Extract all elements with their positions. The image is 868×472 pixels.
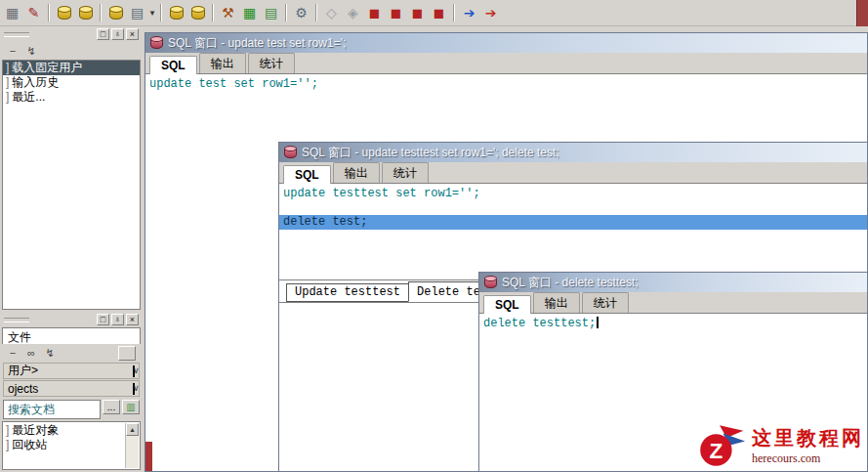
- panel-grip[interactable]: [4, 32, 29, 37]
- scroll-up-icon[interactable]: ▴: [126, 423, 139, 436]
- table-grid-icon[interactable]: ▦: [239, 3, 260, 23]
- tools-hammer-icon[interactable]: ⚒: [218, 3, 238, 23]
- db-cylinder-icon: [170, 7, 184, 20]
- code-line: update testtest set row1='';: [283, 187, 863, 201]
- files-panel: □ ♀ × 文件 − ∞ ↯ 用户> ∨ ojects ∨ ... ▥ ] 最近…: [0, 312, 143, 472]
- search-input[interactable]: [3, 400, 101, 419]
- panel-button[interactable]: [118, 346, 136, 361]
- code-line: update test set row1='';: [149, 77, 863, 92]
- session-list: ] 载入固定用户 ] 输入历史 ] 最近...: [2, 60, 141, 310]
- tab-sql[interactable]: SQL: [283, 165, 331, 184]
- tree-item-label: 最近对象: [12, 423, 59, 438]
- text-cursor: [597, 317, 599, 328]
- main-toolbar: ▦ ✎ ▤ ▾ ⚒ ▦ ▤ ⚙ ◇ ◈ ◼ ◼ ◼ ◼ ➔ ➔: [0, 0, 868, 26]
- chevron-down-icon: ∨: [133, 365, 135, 377]
- tab-stats[interactable]: 统计: [382, 162, 429, 183]
- tree-item[interactable]: ] 回收站: [3, 438, 140, 452]
- site-url: herecours.com: [752, 451, 820, 466]
- search-row: ... ▥: [3, 400, 140, 419]
- nav-forward-red-icon[interactable]: ➔: [480, 3, 501, 23]
- toolbar-separator: [315, 4, 317, 21]
- window-title: SQL 窗口 - delete testtest;: [502, 275, 639, 291]
- toolbar-separator: [100, 4, 102, 21]
- tab-output[interactable]: 输出: [533, 292, 580, 313]
- list-item[interactable]: ] 输入历史: [3, 75, 140, 90]
- files-tree: ] 最近对象 ] 回收站 ▴: [2, 421, 141, 470]
- window-tabbar: SQL 输出 统计: [479, 292, 867, 313]
- tab-output[interactable]: 输出: [199, 53, 246, 73]
- session-grid-icon[interactable]: ▦: [2, 3, 22, 23]
- db-cylinder-icon: [79, 7, 93, 20]
- wrench-icon[interactable]: ⚙: [291, 3, 311, 23]
- report-icon[interactable]: ▤: [261, 3, 281, 23]
- panel-toolbar: − ↯: [0, 42, 143, 60]
- restore-button[interactable]: □: [97, 314, 109, 325]
- cube-check-icon[interactable]: ◼: [407, 3, 428, 23]
- cube-pen-icon[interactable]: ◼: [429, 3, 449, 23]
- restore-button[interactable]: □: [97, 28, 109, 40]
- window-titlebar[interactable]: SQL 窗口 - update test set row1=';: [145, 33, 867, 53]
- db-save-icon[interactable]: [75, 3, 96, 23]
- filter-icon[interactable]: ↯: [44, 347, 56, 360]
- lightning-icon[interactable]: ↯: [25, 45, 37, 58]
- tab-stats[interactable]: 统计: [248, 53, 295, 73]
- close-button[interactable]: ×: [126, 314, 139, 325]
- printer-icon[interactable]: ▤: [127, 3, 147, 23]
- db-cylinder-icon: [58, 7, 71, 20]
- toolbar-separator: [212, 4, 214, 21]
- close-button[interactable]: ×: [126, 28, 139, 40]
- tab-sql[interactable]: SQL: [483, 295, 531, 314]
- toolbar-separator: [48, 4, 50, 21]
- site-name: 这里教程网: [752, 425, 864, 451]
- panel-grip[interactable]: [4, 318, 29, 322]
- pin-button[interactable]: ♀: [111, 314, 124, 325]
- truncated-icon: ]: [6, 423, 9, 438]
- truncated-icon: ]: [6, 75, 9, 90]
- session-panel: □ ♀ × − ↯ ] 载入固定用户 ] 输入历史 ] 最近...: [0, 26, 143, 312]
- users-dropdown-value: 用户>: [8, 363, 38, 379]
- db-user-icon[interactable]: [105, 3, 126, 23]
- cube-arrow-icon[interactable]: ◼: [386, 3, 406, 23]
- db-import-icon[interactable]: [187, 3, 208, 23]
- list-item[interactable]: ] 最近...: [3, 90, 140, 105]
- window-titlebar[interactable]: SQL 窗口 - delete testtest;: [479, 273, 867, 292]
- cube-red-icon[interactable]: ◼: [364, 3, 385, 23]
- diamond-filled-icon[interactable]: ◈: [343, 3, 363, 23]
- collapse-icon[interactable]: −: [7, 347, 19, 359]
- logo-letter: Z: [710, 439, 723, 463]
- list-item-label: 最近...: [12, 90, 45, 105]
- tab-files[interactable]: 文件: [2, 327, 141, 344]
- printer-menu-caret-icon[interactable]: ▾: [148, 3, 156, 23]
- pin-button[interactable]: ♀: [111, 28, 124, 40]
- code-text: delete test;: [283, 215, 367, 229]
- nav-forward-blue-icon[interactable]: ➔: [459, 3, 479, 23]
- window-tabbar: SQL 输出 统计: [279, 162, 867, 183]
- diamond-outline-icon[interactable]: ◇: [321, 3, 342, 23]
- sql-editor[interactable]: update testtest set row1=''; delete test…: [279, 183, 867, 279]
- objects-dropdown[interactable]: ojects ∨: [3, 380, 140, 397]
- site-logo-icon: Z: [693, 422, 746, 469]
- toolbar-separator: [453, 4, 455, 21]
- tree-item[interactable]: ] 最近对象: [3, 423, 140, 438]
- db-export-icon[interactable]: [166, 3, 186, 23]
- users-dropdown[interactable]: 用户> ∨: [3, 363, 140, 379]
- window-titlebar[interactable]: SQL 窗口 - update testtest set row1='; del…: [279, 143, 867, 162]
- document-button[interactable]: ▥: [122, 400, 140, 414]
- result-tab-update[interactable]: Update testtest: [286, 283, 409, 302]
- browse-button[interactable]: ...: [103, 400, 120, 414]
- list-item[interactable]: ] 载入固定用户: [3, 61, 140, 75]
- db-cylinder-icon: [191, 7, 205, 20]
- db-new-icon[interactable]: [54, 3, 74, 23]
- binoculars-icon[interactable]: ∞: [25, 347, 37, 359]
- vertical-scrollbar[interactable]: ▴: [125, 423, 139, 468]
- tab-stats[interactable]: 统计: [582, 292, 629, 313]
- objects-dropdown-value: ojects: [8, 382, 38, 396]
- tab-sql[interactable]: SQL: [149, 56, 197, 74]
- collapse-icon[interactable]: −: [7, 45, 19, 57]
- code-line-selected: delete test;: [279, 215, 867, 230]
- edit-pen-icon[interactable]: ✎: [23, 3, 44, 23]
- list-item-label: 输入历史: [12, 75, 59, 90]
- window-title: SQL 窗口 - update testtest set row1='; del…: [302, 145, 559, 161]
- window-title: SQL 窗口 - update test set row1=';: [168, 35, 346, 52]
- tab-output[interactable]: 输出: [333, 162, 380, 183]
